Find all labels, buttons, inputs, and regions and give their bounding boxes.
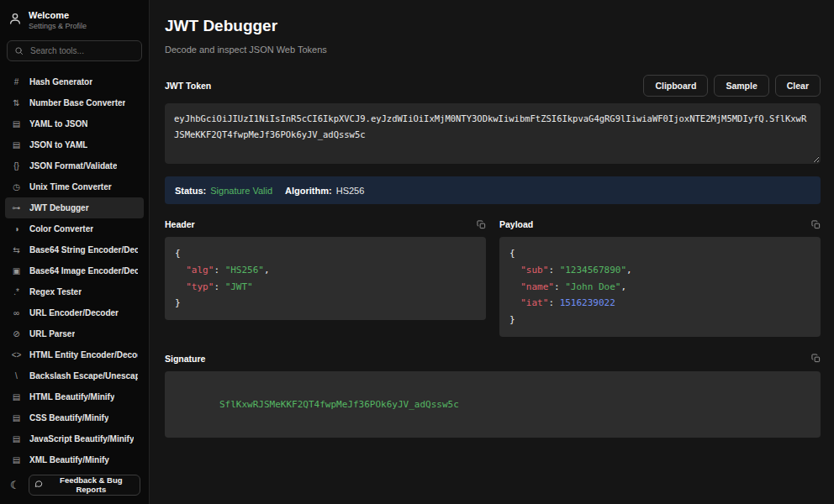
sidebar-item-label: HTML Beautify/Minify [29,392,114,402]
moon-icon: ☾ [10,479,20,491]
sidebar-item-url-encoder-decoder[interactable]: ∞URL Encoder/Decoder [5,302,144,323]
sidebar-item-base64-image-encoder-decoder[interactable]: ▣Base64 Image Encoder/Decoder [5,260,144,281]
algorithm-label: Algorithm: [285,186,332,196]
sidebar-item-label: Backslash Escape/Unescape [29,371,138,381]
sidebar-item-label: URL Parser [29,329,75,339]
code-line: { [509,245,810,262]
sidebar-item-label: Base64 Image Encoder/Decoder [29,266,138,276]
theme-toggle-button[interactable]: ☾ [8,478,22,492]
hash-icon: # [11,77,22,87]
sidebar-item-label: JavaScript Beautify/Minify [29,434,134,444]
sidebar-item-css-beautify-minify[interactable]: ▤CSS Beautify/Minify [5,407,144,428]
status-bar: Status: Signature Valid Algorithm: HS256 [165,176,821,204]
status-value: Signature Valid [210,186,272,196]
sidebar-item-label: Unix Time Converter [29,182,112,192]
xml-beautify-icon: ▤ [11,455,22,465]
sidebar-item-label: Color Converter [29,224,93,234]
sidebar-item-label: Hash Generator [29,77,92,87]
sidebar-item-label: JSON Format/Validate [29,161,117,171]
sidebar-item-label: URL Encoder/Decoder [29,308,119,318]
copy-header-button[interactable] [477,220,486,229]
html-beautify-icon: ▤ [11,392,22,402]
backslash-icon: \ [11,371,22,381]
payload-panel-label: Payload [499,219,533,229]
sidebar-item-unix-time-converter[interactable]: ◷Unix Time Converter [5,176,144,197]
sidebar-item-json-to-yaml[interactable]: ▤JSON to YAML [5,134,144,155]
code-line: "sub": "1234567890", [509,262,810,279]
code-line: "iat": 1516239022 [509,295,810,312]
sidebar-item-jwt-debugger[interactable]: ⊶JWT Debugger [5,197,144,218]
sidebar-item-json-format-validate[interactable]: {}JSON Format/Validate [5,155,144,176]
sidebar-item-yaml-to-json[interactable]: ▤YAML to JSON [5,113,144,134]
sidebar-item-label: XML Beautify/Minify [29,455,109,465]
signature-value: SflKxwRJSMeKKF2QT4fwpMeJf36POk6yJV_adQss… [219,399,459,410]
sidebar-item-javascript-beautify-minify[interactable]: ▤JavaScript Beautify/Minify [5,428,144,449]
sidebar-item-html-beautify-minify[interactable]: ▤HTML Beautify/Minify [5,386,144,407]
base64-string-icon: ⇆ [11,245,22,255]
header-panel: Header { "alg": "HS256", "typ": "JWT"} [165,219,486,320]
json-format-icon: {} [11,161,22,171]
profile-subtitle: Settings & Profile [29,22,87,30]
code-line: } [175,295,476,312]
header-code-block: { "alg": "HS256", "typ": "JWT"} [165,237,486,320]
app-window: Welcome Settings & Profile #Hash Generat… [0,0,834,504]
signature-panel-label: Signature [165,354,205,364]
html-entity-icon: <> [11,350,22,360]
sidebar-item-xml-beautify-minify[interactable]: ▤XML Beautify/Minify [5,449,144,465]
sidebar-item-label: YAML to JSON [29,119,87,129]
copy-signature-button[interactable] [811,354,821,363]
sidebar-item-hash-generator[interactable]: #Hash Generator [5,71,144,92]
profile-section[interactable]: Welcome Settings & Profile [0,0,149,39]
signature-code-block: SflKxwRJSMeKKF2QT4fwpMeJf36POk6yJV_adQss… [165,371,821,438]
profile-text: Welcome Settings & Profile [29,10,87,30]
code-line: } [509,312,810,328]
sidebar-item-backslash-escape-unescape[interactable]: \Backslash Escape/Unescape [5,365,144,386]
link-icon: ∞ [11,308,22,318]
code-line: { [175,245,476,262]
search-input[interactable] [29,45,135,56]
regex-icon: .* [11,287,22,297]
clipboard-button[interactable]: Clipboard [643,75,708,97]
token-buttons: Clipboard Sample Clear [643,75,821,97]
sidebar-item-url-parser[interactable]: ⊘URL Parser [5,323,144,344]
jwt-token-input[interactable]: eyJhbGciOiJIUzI1NiIsInR5cCI6IkpXVCJ9.eyJ… [165,103,821,164]
jwt-token-label: JWT Token [165,81,211,91]
page-title: JWT Debugger [165,17,821,35]
css-beautify-icon: ▤ [11,413,22,423]
sidebar-item-base64-string-encoder-decoder[interactable]: ⇆Base64 String Encoder/Decoder [5,239,144,260]
sample-button[interactable]: Sample [714,75,768,97]
feedback-label: Feedback & Bug Reports [48,475,135,494]
js-beautify-icon: ▤ [11,434,22,444]
tool-list: #Hash Generator⇅Number Base Converter▤YA… [0,71,149,465]
clock-icon: ◷ [11,182,22,192]
payload-panel: Payload { "sub": "1234567890", "name": "… [499,219,821,337]
sidebar-item-label: JSON to YAML [29,140,87,150]
code-line: "alg": "HS256", [175,262,476,279]
decoded-panels: Header { "alg": "HS256", "typ": "JWT"} P… [165,219,821,337]
number-base-icon: ⇅ [11,98,22,108]
main-content: JWT Debugger Decode and inspect JSON Web… [150,0,834,504]
search-icon [14,44,24,59]
search-box [7,40,142,61]
sidebar-item-label: Regex Tester [29,287,82,297]
jwt-key-icon: ⊶ [11,203,22,213]
sidebar-item-number-base-converter[interactable]: ⇅Number Base Converter [5,92,144,113]
user-icon [8,12,22,29]
feedback-button[interactable]: Feedback & Bug Reports [29,475,140,496]
url-parser-icon: ⊘ [11,329,22,339]
sidebar-item-label: Number Base Converter [29,98,125,108]
clear-button[interactable]: Clear [775,75,821,97]
yaml-to-json-icon: ▤ [11,119,22,129]
sidebar: Welcome Settings & Profile #Hash Generat… [0,0,150,504]
signature-panel: Signature SflKxwRJSMeKKF2QT4fwpMeJf36POk… [165,354,821,438]
sidebar-item-label: HTML Entity Encoder/Decoder [29,350,138,360]
sidebar-item-color-converter[interactable]: ◑Color Converter [5,218,144,239]
sidebar-item-html-entity-encoder-decoder[interactable]: <>HTML Entity Encoder/Decoder [5,344,144,365]
sidebar-item-regex-tester[interactable]: .*Regex Tester [5,281,144,302]
sidebar-item-label: JWT Debugger [29,203,89,213]
payload-code-block: { "sub": "1234567890", "name": "John Doe… [499,237,821,337]
copy-payload-button[interactable] [811,220,821,229]
status-label: Status: [175,186,206,196]
header-panel-label: Header [165,219,195,229]
token-toolbar: JWT Token Clipboard Sample Clear [165,75,821,97]
